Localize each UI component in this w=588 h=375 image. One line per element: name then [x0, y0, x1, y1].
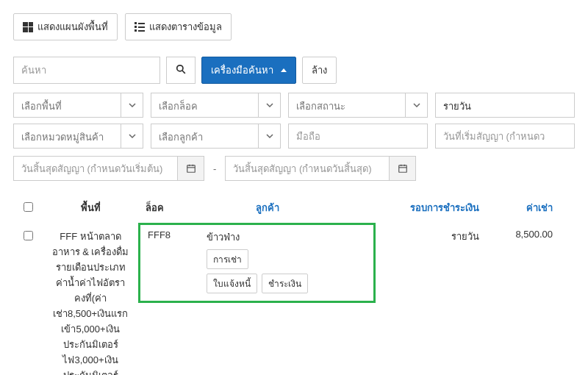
contract-start-input[interactable]: [435, 124, 575, 149]
chevron-down-icon: [121, 93, 143, 117]
chevron-up-icon: [281, 68, 287, 72]
header-payment-cycle[interactable]: รอบการชำระเงิน: [376, 194, 487, 222]
pay-action-button[interactable]: ชำระเงิน: [262, 274, 308, 293]
customer-select-label: เลือกลูกค้า: [151, 124, 258, 148]
rent-action-button[interactable]: การเช่า: [207, 249, 248, 269]
calendar-icon[interactable]: [177, 157, 204, 180]
search-input[interactable]: [13, 57, 160, 84]
grid-icon: [23, 22, 33, 32]
calendar-icon[interactable]: [389, 157, 415, 180]
svg-line-1: [182, 71, 185, 74]
cell-area: FFF หน้าตลาด อาหาร & เครื่องดื่ม รายเดือ…: [43, 222, 138, 375]
svg-point-0: [177, 65, 183, 71]
clear-button[interactable]: ล้าง: [302, 57, 337, 84]
cell-rent: 8,500.00: [487, 222, 575, 375]
chevron-down-icon: [405, 93, 427, 117]
svg-rect-2: [187, 165, 195, 172]
contract-end-start-group[interactable]: [13, 156, 204, 181]
cell-lock: FFF8: [148, 229, 184, 293]
list-icon: [135, 22, 145, 32]
select-all-checkbox[interactable]: [24, 202, 33, 212]
period-select-value: รายวัน: [436, 93, 574, 117]
show-map-label: แสดงแผนผังพื้นที่: [37, 19, 108, 35]
lock-select-label: เลือกล็อค: [151, 93, 258, 117]
contract-end-start-input[interactable]: [14, 157, 177, 180]
header-area: พื้นที่: [43, 194, 138, 222]
date-range-dash: -: [210, 156, 219, 181]
customer-select[interactable]: เลือกลูกค้า: [151, 124, 281, 149]
contract-end-end-input[interactable]: [226, 157, 389, 180]
category-select-label: เลือกหมวดหมู่สินค้า: [14, 124, 121, 148]
cell-payment-cycle: รายวัน: [376, 222, 487, 375]
status-select-label: เลือกสถานะ: [289, 93, 405, 117]
row-checkbox[interactable]: [24, 231, 33, 240]
cell-customer-name: ข้าวฟ่าง: [207, 229, 240, 245]
lock-select[interactable]: เลือกล็อค: [151, 93, 281, 118]
search-tools-button[interactable]: เครื่องมือค้นหา: [201, 57, 296, 84]
invoice-action-button[interactable]: ใบแจ้งหนี้: [207, 274, 257, 293]
period-select[interactable]: รายวัน: [435, 93, 575, 118]
mobile-input[interactable]: [288, 124, 428, 149]
header-customer[interactable]: ลูกค้า: [248, 194, 376, 222]
table-row: FFF หน้าตลาด อาหาร & เครื่องดื่ม รายเดือ…: [13, 222, 575, 375]
show-table-label: แสดงตารางข้อมูล: [149, 19, 222, 35]
status-select[interactable]: เลือกสถานะ: [288, 93, 428, 118]
contract-end-end-group[interactable]: [225, 156, 416, 181]
svg-rect-6: [399, 165, 407, 172]
chevron-down-icon: [121, 124, 143, 148]
clear-label: ล้าง: [312, 63, 327, 78]
area-select[interactable]: เลือกพื้นที่: [13, 93, 143, 118]
search-tools-label: เครื่องมือค้นหา: [211, 63, 273, 78]
search-button[interactable]: [166, 57, 196, 84]
chevron-down-icon: [258, 124, 280, 148]
search-icon: [176, 64, 186, 74]
results-table: พื้นที่ ล็อค ลูกค้า รอบการชำระเงิน ค่าเช…: [13, 194, 575, 375]
show-table-button[interactable]: แสดงตารางข้อมูล: [125, 13, 232, 40]
area-select-label: เลือกพื้นที่: [14, 93, 121, 117]
header-rent[interactable]: ค่าเช่า: [487, 194, 575, 222]
category-select[interactable]: เลือกหมวดหมู่สินค้า: [13, 124, 143, 149]
chevron-down-icon: [258, 93, 280, 117]
header-lock: ล็อค: [138, 194, 248, 222]
show-map-button[interactable]: แสดงแผนผังพื้นที่: [13, 13, 118, 40]
